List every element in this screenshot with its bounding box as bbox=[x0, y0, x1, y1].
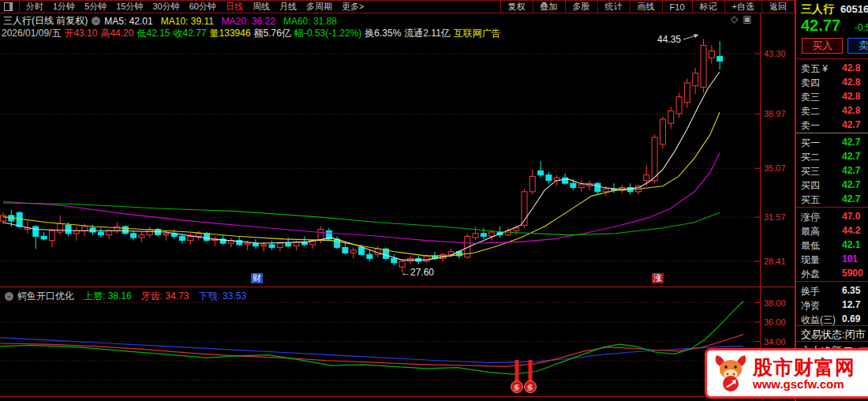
stat-row-3: 现量101 bbox=[796, 253, 868, 267]
indicator-values: 上唇: 38.16牙齿: 34.73下颚: 33.53 bbox=[84, 290, 256, 303]
stat-row-label-3: 现量 bbox=[801, 253, 820, 267]
bid-row-value-2: 42.7 bbox=[842, 165, 860, 176]
stat-row-2: 最低42.1 bbox=[796, 238, 868, 253]
stat2-row-value-0: 6.35 bbox=[842, 285, 860, 296]
bid-row-label-2: 买三 bbox=[801, 165, 820, 178]
bull-logo-icon bbox=[712, 354, 750, 393]
trade-status-value: 闭市 bbox=[845, 328, 866, 340]
ask-row-4[interactable]: 卖一42.7 bbox=[796, 118, 868, 133]
ask-row-2[interactable]: 卖三42.8 bbox=[796, 90, 868, 104]
stat2-row-0: 换手6.35 bbox=[796, 284, 868, 298]
stock-code: 605168 bbox=[840, 3, 868, 15]
bid-row-label-1: 买二 bbox=[801, 151, 820, 164]
stat2-row-value-1: 12.7 bbox=[842, 299, 860, 310]
ask-row-0[interactable]: 卖五 ¥42.8 bbox=[796, 62, 868, 76]
svg-text:35.07: 35.07 bbox=[764, 163, 786, 173]
stat-row-value-0: 47.0 bbox=[842, 211, 860, 222]
main-chart-region[interactable] bbox=[0, 41, 760, 286]
divider bbox=[796, 325, 868, 326]
bid-row-3[interactable]: 买四42.7 bbox=[796, 178, 868, 193]
badge-cai[interactable]: 财 bbox=[251, 273, 263, 283]
indicator-collapse-icon[interactable]: ⌄ bbox=[5, 292, 13, 301]
ask-row-1[interactable]: 卖四42.8 bbox=[796, 76, 868, 90]
divider bbox=[796, 281, 868, 282]
app-window: 分时1分钟5分钟15分钟30分钟60分钟日线周线月线多周期更多> 复权叠加多股统… bbox=[0, 0, 868, 401]
divider bbox=[796, 341, 868, 342]
bid-ask-divider bbox=[796, 133, 868, 133]
stat2-row-1: 净资12.7 bbox=[796, 298, 868, 313]
bid-row-4[interactable]: 买五42.7 bbox=[796, 193, 868, 207]
sub-chart-region[interactable] bbox=[0, 305, 760, 396]
ask-row-value-2: 42.8 bbox=[842, 91, 860, 102]
diamond-icon[interactable]: ◇ bbox=[731, 13, 743, 24]
stat-row-label-1: 最高 bbox=[801, 225, 820, 238]
bottom-border bbox=[0, 396, 795, 397]
stat-row-label-4: 外盘 bbox=[801, 268, 820, 281]
watermark: 股市财富网 www.gscfw.com bbox=[705, 348, 868, 399]
bid-row-label-4: 买五 bbox=[801, 193, 820, 207]
stat-row-value-4: 5900 bbox=[842, 268, 863, 279]
indicator-title: 鳄鱼开口优化 bbox=[17, 290, 74, 303]
svg-text:43.30: 43.30 bbox=[764, 49, 786, 58]
panel-separator bbox=[0, 287, 795, 287]
indicator-header: ⌄ 鳄鱼开口优化 上唇: 38.16牙齿: 34.73下颚: 33.53 bbox=[0, 289, 760, 303]
svg-text:38.97: 38.97 bbox=[764, 109, 786, 118]
stat-row-value-1: 44.2 bbox=[842, 225, 860, 236]
last-price: 42.77 bbox=[801, 17, 840, 35]
stock-name: 三人行 bbox=[801, 2, 834, 17]
ask-row-label-1: 卖四 bbox=[801, 77, 820, 90]
divider bbox=[796, 207, 868, 208]
bid-row-1[interactable]: 买二42.7 bbox=[796, 150, 868, 164]
axis-line bbox=[760, 13, 761, 397]
trade-status: 交易状态:闭市 bbox=[801, 328, 866, 342]
bid-row-label-0: 买一 bbox=[801, 137, 820, 150]
ask-row-value-4: 42.7 bbox=[842, 119, 860, 130]
quote-panel: 三人行 605168 42.77 -0.53 -1.22% 买入 卖出 卖五 ¥… bbox=[795, 0, 868, 401]
stat-row-label-0: 涨停 bbox=[801, 211, 820, 224]
svg-text:36.00: 36.00 bbox=[764, 317, 786, 327]
indicator-field-牙齿: 牙齿: 34.73 bbox=[141, 290, 189, 302]
divider bbox=[796, 58, 868, 59]
stat2-row-label-1: 净资 bbox=[801, 299, 820, 313]
watermark-title: 股市财富网 bbox=[753, 357, 855, 377]
bid-row-value-1: 42.7 bbox=[842, 151, 860, 162]
ask-row-label-0: 卖五 ¥ bbox=[801, 62, 828, 76]
bid-row-label-3: 买四 bbox=[801, 179, 820, 193]
price-change: -0.53 bbox=[855, 22, 868, 33]
svg-text:34.00: 34.00 bbox=[764, 337, 786, 347]
badge-zhang[interactable]: 涨 bbox=[652, 273, 664, 283]
indicator-field-下颚: 下颚: 33.53 bbox=[198, 290, 246, 302]
ask-row-label-2: 卖三 bbox=[801, 91, 820, 104]
stat-row-4: 外盘5900 bbox=[796, 267, 868, 281]
watermark-url: www.gscfw.com bbox=[753, 377, 855, 391]
bid-row-0[interactable]: 买一42.7 bbox=[796, 136, 868, 150]
ask-row-3[interactable]: 卖二42.8 bbox=[796, 104, 868, 118]
stat-row-0: 涨停47.0 bbox=[796, 210, 868, 224]
stat-row-value-3: 101 bbox=[842, 253, 858, 264]
ask-row-value-1: 42.8 bbox=[842, 77, 860, 88]
sell-button[interactable]: 卖出 bbox=[847, 38, 868, 54]
bid-row-value-0: 42.7 bbox=[842, 137, 860, 148]
bid-row-value-3: 42.7 bbox=[842, 179, 860, 190]
svg-text:28.41: 28.41 bbox=[764, 257, 786, 266]
ask-row-value-3: 42.8 bbox=[842, 105, 860, 116]
stat2-row-label-0: 换手 bbox=[801, 285, 820, 298]
indicator-field-上唇: 上唇: 38.16 bbox=[84, 290, 132, 302]
ask-row-label-4: 卖一 bbox=[801, 119, 820, 133]
stat-row-label-2: 最低 bbox=[801, 239, 820, 253]
bid-row-2[interactable]: 买三42.7 bbox=[796, 164, 868, 178]
stat2-row-value-2: 0.69 bbox=[842, 313, 860, 324]
buy-button[interactable]: 买入 bbox=[802, 38, 843, 54]
bid-row-value-4: 42.7 bbox=[842, 193, 860, 204]
ask-row-label-3: 卖二 bbox=[801, 105, 820, 118]
chart-corner-icons: ◇▣ bbox=[731, 13, 757, 24]
ask-row-value-0: 42.8 bbox=[842, 62, 860, 73]
svg-text:38.00: 38.00 bbox=[764, 298, 786, 308]
split-window-icon[interactable]: ▣ bbox=[743, 13, 756, 24]
svg-text:31.57: 31.57 bbox=[764, 212, 786, 222]
stat-row-1: 最高44.2 bbox=[796, 224, 868, 238]
stat-row-value-2: 42.1 bbox=[842, 239, 860, 250]
